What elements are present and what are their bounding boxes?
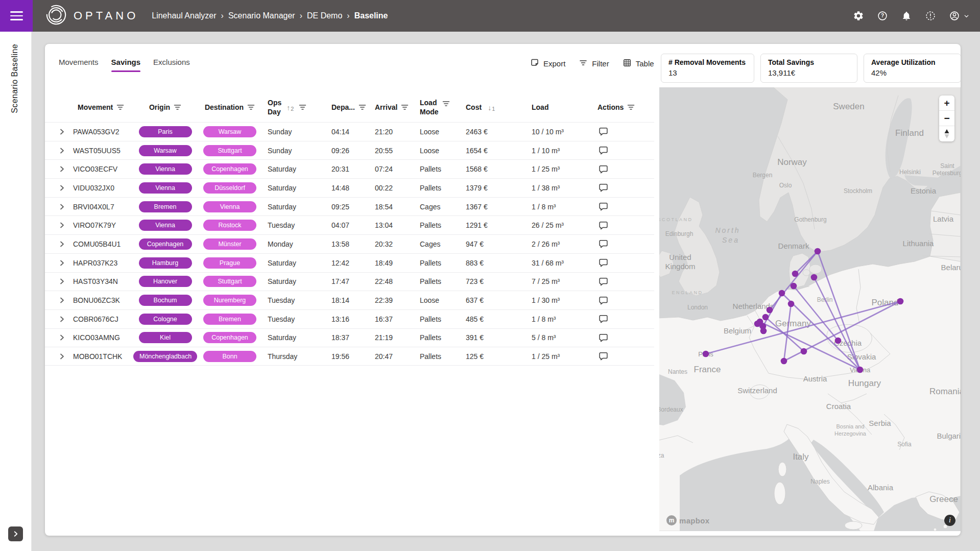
row-expander[interactable] <box>45 277 73 285</box>
col-header-ops-day[interactable]: Ops Day ↑2 <box>262 99 326 116</box>
load-cell: 1 / 38 m³ <box>527 184 592 192</box>
zoom-out-button[interactable]: − <box>939 111 954 126</box>
tab-savings[interactable]: Savings <box>111 58 141 72</box>
route-node[interactable] <box>835 338 842 344</box>
comment-button[interactable] <box>592 183 650 193</box>
comment-button[interactable] <box>592 202 650 211</box>
route-node[interactable] <box>811 274 818 281</box>
compass-button[interactable] <box>939 126 954 141</box>
breadcrumb-item[interactable]: Scenario Manager <box>228 11 295 20</box>
arrival-cell: 20:55 <box>370 147 415 155</box>
col-header-actions[interactable]: Actions <box>592 103 650 112</box>
col-header-destination[interactable]: Destination <box>197 103 262 112</box>
column-filter-icon[interactable] <box>442 100 450 108</box>
column-filter-icon[interactable] <box>401 104 409 112</box>
breadcrumb-item[interactable]: DE Demo <box>307 11 342 20</box>
column-filter-icon[interactable] <box>247 104 255 112</box>
row-expander[interactable] <box>45 203 73 211</box>
row-expander[interactable] <box>45 221 73 229</box>
route-node[interactable] <box>754 321 761 327</box>
ops-day-cell: Tuesday <box>262 315 326 323</box>
origin-badge: Kiel <box>139 332 192 343</box>
account-menu[interactable] <box>949 10 970 21</box>
comment-button[interactable] <box>592 239 650 249</box>
origin-cell: Hanover <box>133 276 197 287</box>
origin-badge: Vienna <box>139 220 192 231</box>
route-node[interactable] <box>762 314 769 321</box>
load-cell: 1 / 10 m³ <box>527 147 592 155</box>
route-node[interactable] <box>791 283 797 290</box>
route-node[interactable] <box>792 271 799 277</box>
arrival-cell: 22:48 <box>370 277 415 285</box>
map-attribution-info-button[interactable]: i <box>944 515 955 526</box>
row-expander[interactable] <box>45 315 73 323</box>
column-filter-icon[interactable] <box>627 104 635 112</box>
expand-panel-button[interactable] <box>8 526 23 541</box>
cost-cell: 391 € <box>461 333 527 342</box>
map-label: Norway <box>777 157 807 167</box>
row-expander[interactable] <box>45 184 73 192</box>
route-node[interactable] <box>801 348 807 355</box>
breadcrumb-item[interactable]: Linehaul Analyzer <box>152 11 216 20</box>
table-row: BONU06ZC3KBochumNurembergTuesday18:1422:… <box>45 291 654 309</box>
cost-cell: 1291 € <box>461 221 527 229</box>
row-expander[interactable] <box>45 296 73 304</box>
col-header-origin[interactable]: Origin <box>133 103 197 112</box>
comment-button[interactable] <box>592 333 650 343</box>
zoom-in-button[interactable]: + <box>939 95 954 111</box>
cost-cell: 125 € <box>461 352 527 361</box>
column-filter-icon[interactable] <box>116 104 124 112</box>
comment-button[interactable] <box>592 296 650 305</box>
row-expander[interactable] <box>45 240 73 248</box>
mapbox-logo[interactable]: m mapbox <box>666 515 709 525</box>
column-filter-icon[interactable] <box>174 104 181 112</box>
comment-button[interactable] <box>592 221 650 230</box>
export-button[interactable]: Export <box>530 58 565 69</box>
comment-button[interactable] <box>592 351 650 361</box>
route-node[interactable] <box>781 358 787 365</box>
route-node[interactable] <box>779 290 785 297</box>
destination-cell: Düsseldorf <box>197 182 262 194</box>
col-header-cost[interactable]: Cost ↓1 <box>461 103 527 112</box>
row-expander[interactable] <box>45 333 73 342</box>
filter-button[interactable]: Filter <box>579 58 609 69</box>
comment-button[interactable] <box>592 277 650 286</box>
column-filter-icon[interactable] <box>299 104 306 112</box>
row-expander[interactable] <box>45 259 73 267</box>
movement-id: KICO03AMNG <box>73 333 133 342</box>
help-icon[interactable]: ? <box>877 10 888 21</box>
route-map[interactable]: SwedenNorwayFinlandEstoniaLatviaLithuani… <box>659 87 961 531</box>
menu-button[interactable] <box>0 0 33 32</box>
comment-button[interactable] <box>592 146 650 155</box>
tab-movements[interactable]: Movements <box>59 58 99 72</box>
row-expander[interactable] <box>45 147 73 155</box>
comment-button[interactable] <box>592 164 650 174</box>
col-header-load-mode[interactable]: Load Mode <box>415 99 461 116</box>
route-node[interactable] <box>788 301 795 307</box>
col-header-load[interactable]: Load <box>527 103 592 112</box>
account-icon <box>949 10 960 21</box>
column-filter-icon[interactable] <box>358 104 366 112</box>
route-node[interactable] <box>815 248 821 255</box>
route-node[interactable] <box>703 351 709 357</box>
tab-exclusions[interactable]: Exclusions <box>153 58 190 72</box>
alerts-icon[interactable] <box>925 10 936 21</box>
row-expander[interactable] <box>45 128 73 136</box>
map-label: Sofia <box>897 441 912 448</box>
route-node[interactable] <box>857 367 864 373</box>
table-view-button[interactable]: Table <box>623 58 654 69</box>
route-node[interactable] <box>897 298 904 305</box>
comment-button[interactable] <box>592 314 650 324</box>
comment-button[interactable] <box>592 127 650 136</box>
route-node[interactable] <box>767 307 773 314</box>
comment-button[interactable] <box>592 258 650 268</box>
settings-gear-icon[interactable] <box>853 10 864 21</box>
row-expander[interactable] <box>45 352 73 361</box>
table-row: VIRO07K79YViennaRostockTuesday04:0713:04… <box>45 215 654 234</box>
notifications-bell-icon[interactable] <box>901 10 912 21</box>
row-expander[interactable] <box>45 165 73 173</box>
col-header-movement[interactable]: Movement <box>73 103 133 112</box>
route-node[interactable] <box>760 328 767 334</box>
col-header-departure[interactable]: Depa... <box>326 103 370 112</box>
col-header-arrival[interactable]: Arrival <box>370 103 415 112</box>
